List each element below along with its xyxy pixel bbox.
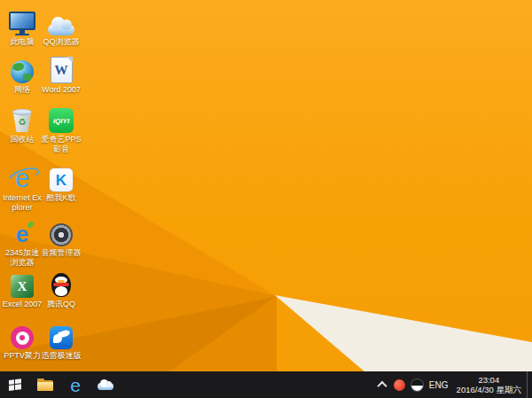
speaker-icon — [50, 223, 73, 246]
2345-browser-icon: e — [9, 222, 35, 246]
folder-icon — [37, 378, 53, 391]
word-icon: W — [51, 57, 73, 83]
desktop-icon-label: 2345加速浏览器 — [2, 248, 43, 268]
desktop-icon-label: Internet Explorer — [2, 193, 43, 213]
internet-explorer-icon: e — [8, 165, 36, 191]
desktop-icon-iqiyi-pps[interactable]: iQIYI 爱奇艺PPS影音 — [41, 105, 82, 154]
clock-date: 2016/4/30 星期六 — [457, 385, 521, 394]
desktop-icon-label: Word 2007 — [41, 85, 82, 95]
kuwo-k-icon: K — [50, 168, 73, 191]
desktop-icon-excel[interactable]: X Excel 2007 — [2, 269, 43, 309]
desktop-icon-xunlei[interactable]: 迅雷极速版 — [41, 321, 82, 361]
desktop-icon-qq-browser[interactable]: QQ浏览器 — [41, 7, 82, 47]
qq-penguin-icon — [51, 273, 72, 298]
desktop-icon-pptv[interactable]: PPTV聚力 — [2, 321, 43, 361]
system-tray: ENG 23:04 2016/4/30 星期六 — [373, 371, 532, 398]
desktop-icon-label: 网络 — [2, 85, 43, 95]
desktop-icon-kuwo[interactable]: K 酷我K歌 — [41, 163, 82, 203]
desktop-icon-label: PPTV聚力 — [2, 351, 43, 361]
desktop-icon-label: 回收站 — [2, 135, 43, 144]
tray-security-icon — [394, 379, 405, 391]
taskbar-clock[interactable]: 23:04 2016/4/30 星期六 — [451, 375, 527, 394]
show-hidden-icons-button[interactable] — [373, 371, 391, 398]
windows-logo-icon — [9, 378, 22, 392]
taskbar-internet-explorer-button[interactable]: e — [60, 371, 90, 398]
network-globe-icon — [11, 60, 34, 83]
desktop-icon-internet-explorer[interactable]: e Internet Explorer — [2, 163, 43, 213]
desktop-icon-label: 迅雷极速版 — [41, 351, 82, 361]
iqiyi-icon: iQIYI — [49, 108, 74, 133]
desktop-icon-word[interactable]: W Word 2007 — [41, 55, 82, 95]
desktop-icon-label: Excel 2007 — [2, 300, 43, 309]
desktop-icon-label: 腾讯QQ — [41, 300, 82, 309]
chevron-up-icon — [377, 381, 387, 391]
desktop-icon-this-pc[interactable]: 此电脑 — [2, 7, 43, 47]
ie-icon: e — [70, 376, 81, 394]
cloud-icon — [48, 17, 74, 35]
desktop-icon-2345-browser[interactable]: e 2345加速浏览器 — [2, 218, 43, 268]
language-indicator[interactable]: ENG — [426, 380, 451, 390]
taskbar: e ENG 23:04 2016/4/30 星期六 — [0, 371, 532, 398]
tray-qq-icon — [411, 379, 423, 391]
desktop-icon-label: 音频管理器 — [41, 248, 82, 258]
taskbar-qq-browser-button[interactable] — [90, 371, 121, 398]
clock-time: 23:04 — [457, 375, 521, 385]
desktop-icon-network[interactable]: 网络 — [2, 55, 43, 95]
desktop: 此电脑 网络 ♻ 回收站 e Internet Explorer e 2345加… — [0, 0, 532, 398]
excel-icon: X — [11, 275, 34, 298]
desktop-icon-label: QQ浏览器 — [41, 37, 82, 47]
tray-icon-2[interactable] — [409, 371, 426, 398]
cloud-icon — [98, 379, 113, 390]
desktop-icon-label: 此电脑 — [2, 37, 43, 47]
show-desktop-button[interactable] — [527, 371, 532, 398]
desktop-icon-tencent-qq[interactable]: 腾讯QQ — [41, 269, 82, 309]
desktop-icon-audio-manager[interactable]: 音频管理器 — [41, 218, 82, 258]
desktop-icon-label: 酷我K歌 — [41, 193, 82, 203]
start-button[interactable] — [0, 371, 30, 398]
xunlei-bird-icon — [50, 326, 73, 349]
recycle-bin-icon: ♻ — [12, 109, 32, 133]
tray-icon-1[interactable] — [391, 371, 409, 398]
taskbar-file-explorer-button[interactable] — [30, 371, 60, 398]
desktop-icon-label: 爱奇艺PPS影音 — [41, 135, 82, 154]
this-pc-icon — [9, 12, 35, 35]
pptv-icon — [11, 326, 34, 349]
desktop-icon-recycle-bin[interactable]: ♻ 回收站 — [2, 105, 43, 144]
